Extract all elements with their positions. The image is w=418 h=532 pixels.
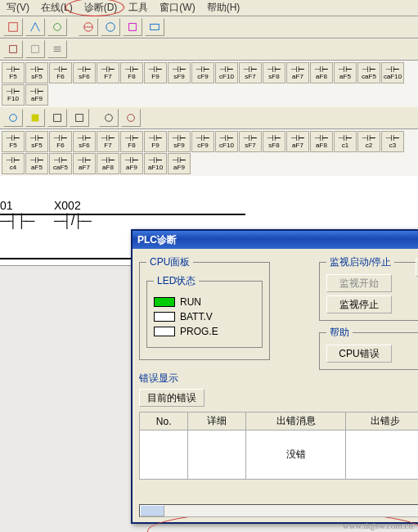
fnkey-aF7[interactable]: ⊣⊢aF7: [73, 153, 96, 174]
toolbar-row-3: [0, 107, 418, 129]
fnkey-F5[interactable]: ⊣⊢F5: [2, 62, 25, 83]
right-column: 监视启动/停止 监视开始 监视停止 帮助 CPU错误: [319, 255, 418, 375]
fnkey-aF5[interactable]: ⊣⊢aF5: [25, 153, 48, 174]
fnkey-F7[interactable]: ⊣⊢F7: [97, 62, 119, 83]
scrollbar-thumb[interactable]: [140, 505, 164, 516]
error-col-header: 详细: [188, 413, 246, 431]
tool-icon[interactable]: [25, 109, 45, 127]
fnkey-F6[interactable]: ⊣⊢F6: [49, 131, 72, 152]
tool-icon[interactable]: [3, 40, 23, 58]
contact-label: X002: [54, 199, 91, 212]
menu-bar: 写(V) 在线(L) 诊断(D) 工具 窗口(W) 帮助(H): [0, 0, 418, 16]
ladder-rung: [0, 258, 131, 259]
tool-icon[interactable]: [25, 18, 45, 36]
monitor-stop-button[interactable]: 监视停止: [326, 295, 392, 313]
fnkey-F7[interactable]: ⊣⊢F7: [97, 131, 119, 152]
fnkey-F9[interactable]: ⊣⊢F9: [144, 62, 167, 83]
tool-icon[interactable]: [47, 40, 67, 58]
tool-icon[interactable]: [145, 18, 164, 36]
fnkey-sF9[interactable]: ⊣⊢sF9: [168, 131, 191, 152]
svg-point-1: [54, 24, 61, 31]
fnkey-cF9[interactable]: ⊣⊢cF9: [191, 62, 214, 83]
tool-icon[interactable]: [47, 109, 67, 127]
fnkey-aF7[interactable]: ⊣⊢aF7: [286, 131, 309, 152]
tool-icon[interactable]: [121, 109, 141, 127]
monitor-group: 监视启动/停止 监视开始 监视停止: [319, 255, 418, 321]
led-indicator: [154, 327, 175, 336]
menu-write[interactable]: 写(V): [3, 0, 33, 16]
fnkey-sF9[interactable]: ⊣⊢sF9: [168, 62, 191, 83]
fnkey-caF5[interactable]: ⊣⊢caF5: [357, 62, 380, 83]
fnkey-sF6[interactable]: ⊣⊢sF6: [73, 62, 96, 83]
fnkey-F5[interactable]: ⊣⊢F5: [2, 131, 25, 152]
tool-icon[interactable]: [79, 18, 98, 36]
fnkey-aF9[interactable]: ⊣⊢aF9: [25, 84, 48, 106]
fnkey-caF5[interactable]: ⊣⊢caF5: [49, 153, 72, 174]
fnkey-sF7[interactable]: ⊣⊢sF7: [239, 131, 262, 152]
fnkey-aF7[interactable]: ⊣⊢aF7: [286, 62, 309, 83]
fnkey-sF7[interactable]: ⊣⊢sF7: [239, 62, 262, 83]
tool-icon[interactable]: [101, 18, 120, 36]
contact-label: 01: [0, 199, 34, 212]
tool-icon[interactable]: [47, 18, 67, 36]
current-error-button[interactable]: 目前的错误: [139, 389, 205, 407]
error-display-label: 错误显示: [139, 372, 418, 385]
fnkey-aF10[interactable]: ⊣⊢aF10: [144, 153, 167, 174]
fnkey-aF8[interactable]: ⊣⊢aF8: [310, 131, 333, 152]
menu-tool[interactable]: 工具: [125, 0, 151, 16]
led-indicator: [154, 297, 175, 307]
fnkey-caF10[interactable]: ⊣⊢caF10: [381, 62, 404, 83]
tool-icon[interactable]: [123, 18, 142, 36]
fnkey-aF8[interactable]: ⊣⊢aF8: [97, 153, 119, 174]
menu-help[interactable]: 帮助(H): [204, 0, 244, 16]
monitor-start-button[interactable]: 监视开始: [326, 274, 392, 292]
fnkey-cF10[interactable]: ⊣⊢cF10: [215, 62, 238, 83]
svg-rect-0: [9, 23, 18, 32]
fnkey-c4[interactable]: ⊣⊢c4: [2, 153, 25, 174]
fnkey-aF9[interactable]: ⊣⊢aF9: [168, 153, 191, 174]
fnkey-cF9[interactable]: ⊣⊢cF9: [191, 131, 214, 152]
fnkey-sF6[interactable]: ⊣⊢sF6: [73, 131, 96, 152]
tool-icon[interactable]: [25, 40, 45, 58]
fnkey-F8[interactable]: ⊣⊢F8: [120, 131, 143, 152]
menu-window[interactable]: 窗口(W): [156, 0, 198, 16]
fnkey-aF9[interactable]: ⊣⊢aF9: [120, 153, 143, 174]
svg-rect-7: [10, 46, 17, 53]
function-key-row-2: ⊣⊢F5⊣⊢sF5⊣⊢F6⊣⊢sF6⊣⊢F7⊣⊢F8⊣⊢F9⊣⊢sF9⊣⊢cF9…: [0, 129, 418, 176]
fnkey-c2[interactable]: ⊣⊢c2: [357, 131, 380, 152]
watermark: www.dqjsw.com.cn: [343, 521, 413, 530]
svg-point-16: [106, 115, 113, 122]
tool-icon[interactable]: [3, 18, 23, 36]
ladder-rung: [0, 214, 245, 215]
plc-diag-dialog: PLC诊断 CPU面板 LED状态 RUNBATT.VPROG.E 监视启动/停…: [131, 229, 418, 524]
fnkey-F8[interactable]: ⊣⊢F8: [120, 62, 143, 83]
menu-diag[interactable]: 诊断(D): [81, 0, 121, 16]
fnkey-aF5[interactable]: ⊣⊢aF5: [334, 62, 357, 83]
fnkey-aF8[interactable]: ⊣⊢aF8: [310, 62, 333, 83]
fnkey-F10[interactable]: ⊣⊢F10: [2, 84, 25, 106]
fnkey-F6[interactable]: ⊣⊢F6: [49, 62, 72, 83]
function-key-row-1: ⊣⊢F5⊣⊢sF5⊣⊢F6⊣⊢sF6⊣⊢F7⊣⊢F8⊣⊢F9⊣⊢sF9⊣⊢cF9…: [0, 61, 418, 107]
fnkey-c3[interactable]: ⊣⊢c3: [381, 131, 404, 152]
tool-icon[interactable]: [3, 109, 23, 127]
svg-rect-13: [32, 115, 39, 122]
toolbar-row-1: [0, 16, 418, 38]
led-label: PROG.E: [180, 326, 218, 337]
tool-icon[interactable]: [70, 109, 89, 127]
tool-icon[interactable]: [99, 109, 119, 127]
fnkey-F9[interactable]: ⊣⊢F9: [144, 131, 167, 152]
cpu-error-button[interactable]: CPU错误: [326, 345, 392, 363]
toolbar-row-2: [0, 38, 418, 61]
horizontal-scrollbar[interactable]: [139, 504, 418, 517]
fnkey-sF8[interactable]: ⊣⊢sF8: [263, 131, 285, 152]
dialog-titlebar[interactable]: PLC诊断: [133, 231, 418, 249]
fnkey-c1[interactable]: ⊣⊢c1: [334, 131, 357, 152]
error-col-header: 出错消息: [246, 413, 346, 431]
led-status-group: LED状态 RUNBATT.VPROG.E: [146, 274, 263, 348]
fnkey-sF5[interactable]: ⊣⊢sF5: [25, 131, 48, 152]
menu-online[interactable]: 在线(L): [38, 0, 76, 16]
fnkey-sF8[interactable]: ⊣⊢sF8: [263, 62, 285, 83]
fnkey-sF5[interactable]: ⊣⊢sF5: [25, 62, 48, 83]
svg-rect-8: [32, 46, 39, 53]
fnkey-cF10[interactable]: ⊣⊢cF10: [215, 131, 238, 152]
